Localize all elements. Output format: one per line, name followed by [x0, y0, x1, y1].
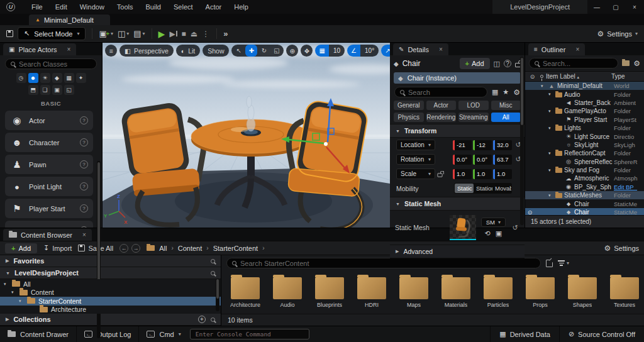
help-icon[interactable]: ?	[80, 138, 88, 146]
toolbar-overflow-icon[interactable]: »	[223, 29, 228, 38]
stop-button[interactable]: ■	[182, 30, 186, 38]
static-mesh-section-header[interactable]: ▼ Static Mesh	[390, 197, 525, 211]
category-icon[interactable]: ⬒	[28, 85, 38, 95]
minimize-button[interactable]: —	[587, 0, 606, 14]
lit-dropdown[interactable]: ◐Lit	[176, 45, 200, 57]
mobility-option[interactable]: Movable	[492, 184, 511, 193]
surface-snap-icon[interactable]: ❖	[301, 45, 313, 57]
select-tool-icon[interactable]: ↖	[233, 45, 245, 57]
outliner-row[interactable]: ⊙ ▾ Lights Folder	[525, 124, 644, 132]
expander-icon[interactable]: ▾	[541, 84, 546, 89]
filter-chip[interactable]: Misc	[491, 101, 521, 110]
asset-folder-tile[interactable]: Particles	[478, 273, 518, 314]
maximize-button[interactable]: ▢	[606, 0, 625, 14]
asset-search-input[interactable]	[240, 260, 535, 267]
content-browser-settings[interactable]: ⚙ Settings	[604, 244, 639, 253]
reset-icon[interactable]: ↺	[511, 224, 519, 232]
add-asset-button[interactable]: +Add	[5, 243, 37, 253]
x-value-field[interactable]: 1.0	[453, 169, 472, 179]
z-value-field[interactable]: 1.0	[493, 169, 512, 179]
expander-icon[interactable]: ▾	[4, 282, 9, 287]
details-search-field[interactable]	[394, 87, 487, 97]
help-icon[interactable]: ?	[80, 182, 88, 190]
x-value-field[interactable]: 0.0°	[453, 155, 472, 165]
play-options-icon[interactable]: ⋮	[202, 30, 210, 38]
category-icon[interactable]: ▣	[52, 85, 62, 95]
folder-tree-row[interactable]: ▾ Content	[0, 289, 221, 297]
forward-icon[interactable]: →	[131, 244, 140, 253]
display-options-icon[interactable]: ▦	[492, 88, 498, 96]
blueprint-icon[interactable]: ◫	[494, 60, 500, 68]
help-icon[interactable]: ?	[80, 116, 88, 124]
skip-button[interactable]: ▶	[169, 30, 177, 38]
filter-chip[interactable]: All	[491, 113, 521, 122]
import-button[interactable]: ↧Import	[43, 244, 72, 252]
back-icon[interactable]: ←	[119, 244, 128, 253]
help-icon[interactable]: ?	[80, 226, 88, 228]
search-icon[interactable]	[211, 271, 215, 275]
angle-snap-value[interactable]: 10°	[360, 45, 379, 57]
asset-folder-tile[interactable]: Materials	[436, 273, 476, 314]
expander-icon[interactable]: ▾	[11, 290, 16, 295]
eye-icon[interactable]: ⊙	[525, 209, 535, 215]
item-label-column[interactable]: Item Label ▴	[546, 73, 611, 80]
help-icon[interactable]: ?	[80, 204, 88, 212]
select-mode-dropdown[interactable]: ↖ Select Mode ▾	[18, 27, 86, 40]
close-icon[interactable]: ×	[67, 46, 71, 53]
scale-snap-control[interactable]: ↗ 0.5	[381, 45, 390, 57]
transform-axis-dropdown[interactable]: Scale▾	[396, 168, 435, 179]
static-mesh-thumbnail[interactable]	[450, 215, 476, 240]
scale-tool-icon[interactable]: ◱	[270, 45, 282, 57]
expander-icon[interactable]: ▾	[19, 299, 24, 304]
y-value-field[interactable]: 1.0	[473, 169, 492, 179]
show-dropdown[interactable]: Show	[203, 45, 229, 57]
console-command-input[interactable]	[196, 331, 304, 338]
rotate-tool-icon[interactable]: ↻	[258, 45, 270, 57]
outliner-row[interactable]: ⊙ Light Source Directio	[525, 132, 644, 140]
close-icon[interactable]: ×	[575, 46, 579, 53]
expander-icon[interactable]: ▾	[548, 168, 553, 173]
details-search-input[interactable]	[408, 89, 482, 96]
details-tab[interactable]: ✎ Details ×	[393, 43, 448, 55]
gear-icon[interactable]: ⚙	[633, 59, 640, 68]
outliner-row[interactable]: ⊙ SkyLight SkyLigh	[525, 141, 644, 149]
outliner-row[interactable]: ⊙ Chair StaticMe	[525, 199, 644, 207]
output-log-button[interactable]: ›_ Output Log	[77, 326, 139, 342]
outliner-row[interactable]: ⊙ ▾ Sky and Fog Folder	[525, 166, 644, 174]
asset-search-field[interactable]	[226, 258, 541, 268]
scale-lock-icon[interactable]	[437, 173, 442, 177]
asset-folder-tile[interactable]: Blueprints	[309, 273, 350, 314]
place-actor-item[interactable]: Character ?	[5, 133, 93, 152]
visibility-column-icon[interactable]: ⊙	[528, 74, 537, 80]
play-button[interactable]: ▶	[158, 29, 165, 39]
perspective-dropdown[interactable]: ◧Perspective	[119, 45, 174, 57]
expander-icon[interactable]: ▾	[548, 151, 553, 156]
add-component-button[interactable]: +Add	[460, 58, 490, 69]
folder-tree-row[interactable]: ▾ All	[0, 280, 221, 289]
outliner-search-field[interactable]	[529, 58, 618, 69]
z-value-field[interactable]: 63.7	[493, 155, 512, 165]
outliner-row[interactable]: ⊙ Chair StaticMe	[525, 208, 644, 215]
close-icon[interactable]: ×	[82, 231, 86, 238]
asset-folder-tile[interactable]: Audio	[267, 273, 308, 314]
expander-icon[interactable]: ▾	[548, 109, 553, 114]
outliner-row[interactable]: ⊙ SphereReflec SphereR	[525, 158, 644, 166]
expander-icon[interactable]: ▾	[548, 92, 553, 97]
save-all-button[interactable]: Save All	[78, 245, 113, 252]
mesh-asset-dropdown[interactable]: SM▾	[481, 218, 506, 227]
outliner-row[interactable]: ⊙ ▾ StaticMeshes Folder	[525, 191, 644, 199]
place-actor-item[interactable]: Actor ?	[5, 111, 93, 130]
asset-folder-tile[interactable]: Textures	[604, 273, 644, 314]
z-value-field[interactable]: 32.0	[493, 140, 512, 150]
level-tab[interactable]: ▲ Minimal_Default	[29, 14, 110, 25]
world-local-toggle-icon[interactable]: ⊕	[286, 45, 298, 57]
category-icon[interactable]: ◱	[64, 85, 74, 95]
place-actor-item[interactable]: Pawn ?	[5, 155, 93, 174]
filter-icon[interactable]: ▾	[558, 260, 569, 266]
outliner-row[interactable]: ⊙ ▾ Minimal_Default World	[525, 82, 644, 90]
search-classes-field[interactable]	[5, 58, 97, 69]
expander-icon[interactable]: ▾	[548, 126, 553, 131]
source-control-button[interactable]: ⊘ Source Control Off	[559, 326, 644, 342]
folder-tree-row[interactable]: ▾ StarterContent	[0, 297, 221, 306]
category-icon[interactable]: ☀	[40, 73, 50, 83]
